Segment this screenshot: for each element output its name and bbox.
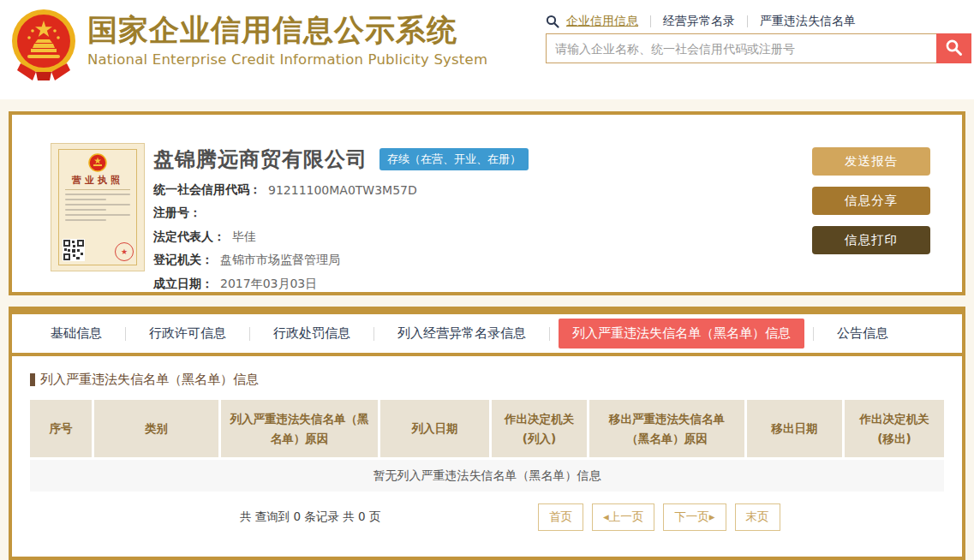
blacklist-panel: 列入严重违法失信名单（黑名单）信息 序号 类别 列入严重违法失信名单（黑名单）原… [12, 356, 962, 531]
company-action-buttons: 发送报告 信息分享 信息打印 [812, 147, 930, 265]
license-divider [65, 189, 130, 190]
send-report-button[interactable]: 发送报告 [812, 147, 930, 176]
nav-divider [747, 15, 748, 27]
license-qr-code [63, 239, 85, 261]
tab-basic-info[interactable]: 基础信息 [27, 319, 125, 349]
blacklist-table: 序号 类别 列入严重违法失信名单（黑名单）原因 列入日期 作出决定机关(列入) … [30, 400, 944, 491]
business-license-thumbnail: 营业执照 ★ [51, 143, 145, 271]
column-header-removal-reason: 移出严重违法失信名单（黑名单）原因 [587, 400, 744, 457]
nav-link-serious-violations[interactable]: 严重违法失信名单 [760, 14, 856, 29]
page-title: 国家企业信用信息公示系统 [87, 12, 487, 48]
empty-state-text: 暂无列入严重违法失信名单（黑名单）信息 [30, 457, 944, 491]
tab-administrative-license[interactable]: 行政许可信息 [126, 319, 249, 349]
company-fields: 统一社会信用代码： 91211100MA0TW3M57D 注册号： 法定代表人：… [153, 178, 417, 296]
nav-divider [650, 15, 651, 27]
column-header-removal-authority: 作出决定机关(移出) [842, 400, 944, 457]
license-text-line [65, 194, 130, 195]
license-text-line [65, 214, 130, 216]
field-registration-number: 注册号： [153, 202, 417, 226]
detail-section: 基础信息 行政许可信息 行政处罚信息 列入经营异常名录信息 列入严重违法失信名单… [9, 307, 965, 560]
top-navigation: 企业信用信息 经营异常名录 严重违法失信名单 [546, 14, 868, 29]
company-name: 盘锦腾远商贸有限公司 [153, 146, 367, 173]
column-header-removal-date: 移出日期 [744, 400, 842, 457]
license-text-line [65, 204, 130, 206]
field-registration-authority: 登记机关： 盘锦市市场监督管理局 [153, 249, 417, 273]
last-page-button[interactable]: 末页 [735, 503, 780, 531]
share-info-button[interactable]: 信息分享 [812, 187, 930, 215]
next-page-button[interactable]: 下一页▸ [663, 503, 726, 531]
search-bar [546, 33, 971, 63]
table-header-row: 序号 类别 列入严重违法失信名单（黑名单）原因 列入日期 作出决定机关(列入) … [30, 400, 944, 457]
tab-bar: 基础信息 行政许可信息 行政处罚信息 列入经营异常名录信息 列入严重违法失信名单… [12, 314, 962, 356]
license-title: 营业执照 [63, 174, 132, 187]
column-header-inclusion-authority: 作出决定机关(列入) [489, 400, 587, 457]
tab-administrative-penalty[interactable]: 行政处罚信息 [250, 319, 373, 349]
tab-blacklist[interactable]: 列入严重违法失信名单（黑名单）信息 [559, 319, 804, 349]
site-header: 国家企业信用信息公示系统 National Enterprise Credit … [0, 0, 974, 99]
search-icon [546, 15, 559, 28]
tab-divider [549, 327, 550, 341]
nav-link-enterprise-credit[interactable]: 企业信用信息 [566, 14, 638, 29]
tab-abnormal-operations-list[interactable]: 列入经营异常名录信息 [374, 319, 549, 349]
empty-state-row: 暂无列入严重违法失信名单（黑名单）信息 [30, 457, 944, 491]
page-subtitle: National Enterprise Credit Information P… [87, 51, 487, 68]
print-info-button[interactable]: 信息打印 [812, 226, 930, 254]
first-page-button[interactable]: 首页 [538, 503, 583, 531]
column-header-inclusion-reason: 列入严重违法失信名单（黑名单）原因 [218, 400, 378, 457]
search-button-icon [945, 39, 963, 59]
license-text-line [65, 199, 106, 200]
license-emblem-icon [88, 153, 107, 172]
field-establishment-date: 成立日期： 2017年03月03日 [153, 272, 417, 296]
search-button[interactable] [936, 33, 971, 63]
status-badge: 存续（在营、开业、在册） [379, 148, 529, 170]
tab-announcements[interactable]: 公告信息 [814, 319, 911, 349]
field-credit-code: 统一社会信用代码： 91211100MA0TW3M57D [153, 178, 417, 202]
license-red-seal: ★ [115, 242, 134, 261]
prev-page-button[interactable]: ◂上一页 [592, 503, 654, 531]
nav-link-abnormal-operations[interactable]: 经营异常名录 [663, 14, 735, 29]
search-input[interactable] [546, 33, 936, 63]
national-emblem-logo [10, 5, 77, 84]
license-text-line [65, 219, 106, 221]
license-text-line [65, 209, 106, 211]
column-header-index: 序号 [30, 400, 92, 457]
pagination-summary: 共 查询到 0 条记录 共 0 页 [240, 509, 380, 525]
pagination-bar: 共 查询到 0 条记录 共 0 页 首页 ◂上一页 下一页▸ 末页 [30, 503, 944, 531]
company-info-card: 营业执照 ★ 盘锦腾远商贸有限公司 存续（在营、开业、在册） [9, 111, 965, 295]
column-header-category: 类别 [92, 400, 218, 457]
column-header-inclusion-date: 列入日期 [378, 400, 489, 457]
field-legal-representative: 法定代表人： 毕佳 [153, 225, 417, 249]
section-title: 列入严重违法失信名单（黑名单）信息 [30, 372, 944, 388]
section-title-marker [30, 373, 35, 386]
